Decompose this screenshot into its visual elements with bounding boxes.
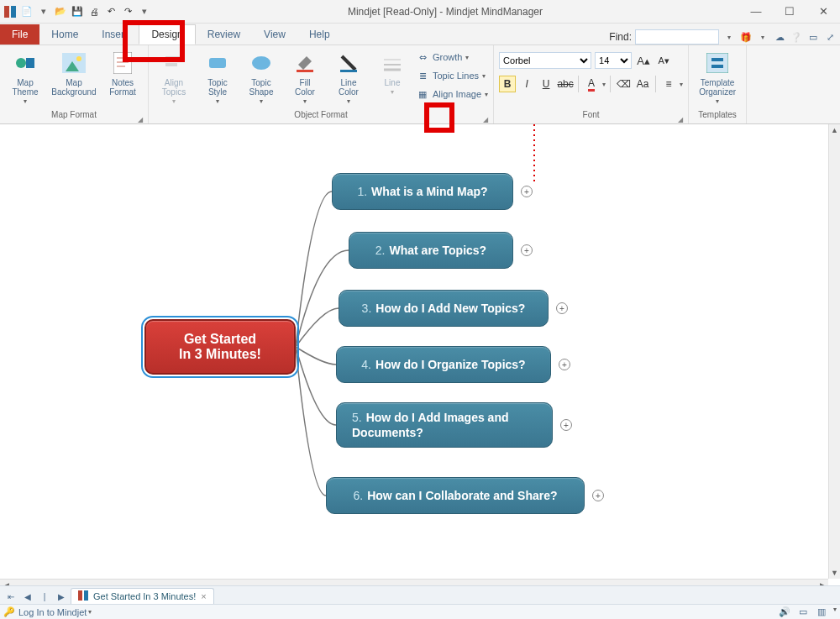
tab-design[interactable]: Design (139, 24, 195, 45)
collapse-ribbon-icon[interactable]: ▭ (806, 30, 820, 44)
growth-icon: ⇔ (416, 50, 429, 64)
topic-1[interactable]: 1.What is a Mind Map? (332, 173, 513, 210)
qat-dropdown-icon[interactable]: ▾ (138, 5, 151, 18)
shrink-font-icon[interactable]: A▾ (655, 52, 672, 69)
find-dropdown-icon[interactable]: ▾ (722, 30, 736, 44)
doctab-label: Get Started In 3 Minutes! (93, 591, 196, 601)
new-map-icon[interactable]: 📄 (20, 5, 34, 18)
align-image-button[interactable]: ▦Align Image▾ (416, 86, 488, 102)
topic-4[interactable]: 4.How do I Organize Topics? (336, 346, 551, 383)
notes-format-button[interactable]: NotesFormat (102, 49, 143, 97)
expander-2[interactable]: + (521, 244, 533, 256)
expander-6[interactable]: + (592, 490, 604, 501)
document-tab[interactable]: Get Started In 3 Minutes! × (71, 588, 214, 604)
group-font: Corbel 14 A▴ A▾ B I U abc A ▾ ⌫ Aa ≡ ▾ (494, 45, 689, 123)
scroll-up-icon[interactable]: ▲ (829, 124, 840, 136)
svg-rect-23 (711, 65, 723, 68)
minimize-button[interactable]: — (739, 0, 773, 24)
find-label: Find: (609, 31, 632, 43)
tab-insert[interactable]: Insert (90, 24, 139, 45)
expand-icon[interactable]: ⤢ (823, 30, 837, 44)
topic-6[interactable]: 6.How can I Collaborate and Share? (326, 477, 585, 514)
italic-button[interactable]: I (518, 76, 535, 92)
vertical-scrollbar[interactable]: ▲ ▼ (828, 124, 840, 579)
expander-4[interactable]: + (559, 359, 570, 370)
open-icon[interactable]: 📂 (54, 5, 67, 18)
font-launcher[interactable]: ◢ (678, 116, 683, 123)
status-dd[interactable]: ▾ (833, 606, 837, 619)
gift-dd[interactable]: ▾ (756, 30, 769, 44)
gift-icon[interactable]: 🎁 (739, 30, 753, 44)
line-icon (380, 50, 405, 76)
cloud-icon[interactable]: ☁ (773, 30, 786, 44)
object-mini-stack: ⇔Growth▾ ≣Topic Lines▾ ▦Align Image▾ (416, 49, 488, 102)
title-bar: 📄 ▾ 📂 💾 🖨 ↶ ↷ ▾ Mindjet [Read-Only] - Mi… (0, 0, 840, 24)
separator (655, 76, 656, 92)
login-dd[interactable]: ▾ (88, 608, 92, 616)
grow-font-icon[interactable]: A▴ (635, 52, 652, 69)
tab-help[interactable]: Help (297, 24, 342, 45)
topic-lines-button[interactable]: ≣Topic Lines▾ (416, 67, 488, 84)
object-format-launcher[interactable]: ◢ (483, 116, 488, 123)
tab-home[interactable]: Home (39, 24, 90, 45)
template-organizer-button[interactable]: TemplateOrganizer▾ (694, 49, 741, 106)
expander-1[interactable]: + (521, 186, 533, 197)
status-bar: 🔑 Log In to Mindjet ▾ 🔊 ▭ ▥ ▾ (0, 604, 840, 619)
topic-3[interactable]: 3.How do I Add New Topics? (339, 290, 549, 327)
align-topics-button[interactable]: AlignTopics▾ (154, 49, 194, 106)
font-name-select[interactable]: Corbel (499, 52, 591, 69)
maximize-button[interactable]: ☐ (773, 0, 806, 24)
map-format-launcher[interactable]: ◢ (138, 116, 143, 123)
font-color-dd[interactable]: ▾ (602, 81, 606, 88)
font-color-button[interactable]: A (583, 76, 600, 92)
status-layout-icon[interactable]: ▭ (796, 606, 810, 619)
case-button[interactable]: Aa (634, 76, 651, 92)
bold-button[interactable]: B (499, 76, 516, 92)
topic-shape-button[interactable]: TopicShape▾ (241, 49, 281, 106)
close-button[interactable]: ✕ (806, 0, 840, 24)
svg-rect-1 (11, 6, 16, 18)
status-book-icon[interactable]: ▥ (815, 606, 828, 619)
tab-review[interactable]: Review (196, 24, 252, 45)
save-icon[interactable]: 💾 (71, 5, 84, 18)
align-button[interactable]: ≡ (660, 76, 677, 92)
topic-5[interactable]: 5.How do I Add Images and Documents? (336, 402, 553, 448)
expander-5[interactable]: + (560, 419, 572, 431)
window-title: Mindjet [Read-Only] - Mindjet MindManage… (151, 6, 739, 18)
ribbon-tabs: File Home Insert Design Review View Help… (0, 24, 840, 45)
line-color-button[interactable]: LineColor▾ (328, 49, 369, 106)
print-icon[interactable]: 🖨 (87, 5, 101, 18)
undo-icon[interactable]: ↶ (104, 5, 118, 18)
new-dropdown-icon[interactable]: ▾ (37, 5, 50, 18)
status-sound-icon[interactable]: 🔊 (778, 606, 791, 619)
tab-nav-prev[interactable]: ◀ (20, 589, 35, 604)
central-topic[interactable]: Get Started In 3 Minutes! (144, 319, 296, 375)
close-tab-icon[interactable]: × (201, 591, 206, 601)
tab-nav-first[interactable]: ⇤ (3, 589, 18, 604)
map-background-button[interactable]: MapBackground (49, 49, 99, 97)
font-size-select[interactable]: 14 (595, 52, 632, 69)
clear-format-button[interactable]: ⌫ (615, 76, 632, 92)
expander-3[interactable]: + (556, 302, 568, 314)
topic-2[interactable]: 2.What are Topics? (349, 232, 513, 269)
tab-nav-next[interactable]: ▶ (54, 589, 69, 604)
tab-file[interactable]: File (0, 24, 39, 45)
svg-rect-3 (26, 58, 34, 68)
mindmap-canvas[interactable]: Get Started In 3 Minutes! 1.What is a Mi… (0, 124, 840, 579)
scroll-down-icon[interactable]: ▼ (829, 567, 840, 579)
topic-style-button[interactable]: TopicStyle▾ (197, 49, 238, 106)
line-button[interactable]: Line▾ (372, 49, 412, 97)
find-input[interactable] (635, 29, 719, 45)
underline-button[interactable]: U (538, 76, 554, 92)
redo-icon[interactable]: ↷ (121, 5, 134, 18)
login-link[interactable]: Log In to Mindjet (18, 607, 87, 617)
canvas-viewport[interactable]: Get Started In 3 Minutes! 1.What is a Mi… (0, 124, 840, 579)
theme-icon (13, 50, 38, 76)
map-theme-button[interactable]: MapTheme▾ (5, 49, 45, 106)
help-icon[interactable]: ❔ (790, 30, 803, 44)
tab-view[interactable]: View (252, 24, 297, 45)
fill-color-button[interactable]: FillColor▾ (285, 49, 325, 106)
align-dd[interactable]: ▾ (680, 81, 683, 88)
strike-button[interactable]: abc (557, 76, 574, 92)
growth-button[interactable]: ⇔Growth▾ (416, 49, 488, 66)
